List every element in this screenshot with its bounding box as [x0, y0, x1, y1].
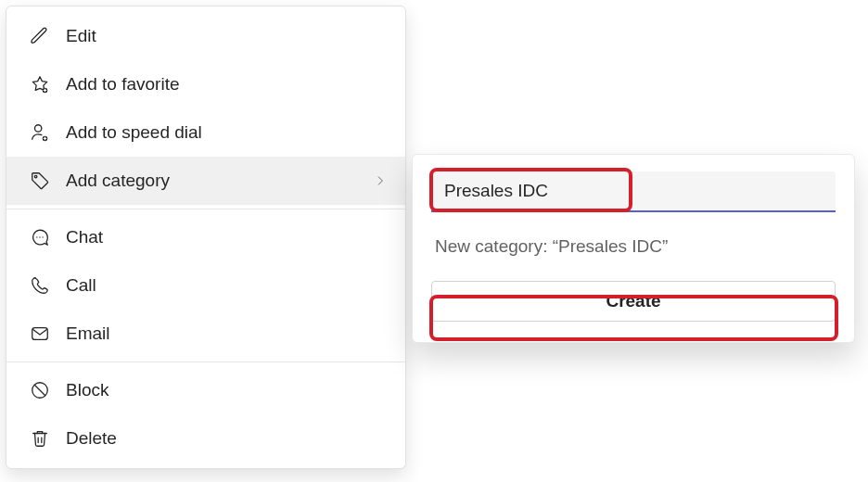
tag-icon	[27, 168, 53, 194]
phone-icon	[27, 273, 53, 298]
chevron-right-icon	[374, 174, 387, 187]
category-name-input[interactable]	[431, 171, 836, 212]
create-button[interactable]: Create	[431, 281, 836, 322]
svg-point-1	[35, 125, 42, 132]
menu-item-delete[interactable]: Delete	[6, 414, 405, 463]
menu-item-label: Call	[66, 275, 387, 296]
pencil-icon	[27, 23, 53, 49]
menu-item-label: Edit	[66, 26, 387, 46]
add-category-flyout: New category: “Presales IDC” Create	[412, 154, 855, 343]
menu-item-label: Add to favorite	[66, 74, 387, 95]
category-input-wrap	[431, 171, 836, 212]
trash-icon	[27, 425, 53, 451]
menu-item-add-to-favorite[interactable]: Add to favorite	[6, 60, 405, 108]
menu-item-label: Block	[66, 380, 387, 400]
menu-item-label: Email	[66, 323, 387, 344]
menu-item-label: Delete	[66, 428, 387, 449]
menu-item-chat[interactable]: Chat	[6, 213, 405, 261]
menu-item-block[interactable]: Block	[6, 366, 405, 414]
menu-item-email[interactable]: Email	[6, 310, 405, 358]
context-menu: Edit Add to favorite Add to speed dial A…	[6, 6, 406, 469]
menu-item-add-category[interactable]: Add category	[6, 157, 405, 205]
menu-separator	[6, 209, 405, 209]
menu-item-label: Add to speed dial	[66, 122, 387, 143]
star-plus-icon	[27, 71, 53, 97]
block-icon	[27, 377, 53, 403]
svg-point-3	[34, 175, 37, 178]
menu-item-call[interactable]: Call	[6, 261, 405, 310]
svg-rect-7	[32, 328, 48, 340]
chat-icon	[27, 224, 53, 250]
menu-item-label: Add category	[66, 171, 374, 191]
person-plus-icon	[27, 120, 53, 146]
mail-icon	[27, 321, 53, 347]
menu-item-label: Chat	[66, 227, 387, 247]
menu-item-add-to-speed-dial[interactable]: Add to speed dial	[6, 108, 405, 157]
menu-separator	[6, 362, 405, 362]
menu-item-edit[interactable]: Edit	[6, 12, 405, 60]
new-category-suggestion[interactable]: New category: “Presales IDC”	[431, 236, 836, 257]
